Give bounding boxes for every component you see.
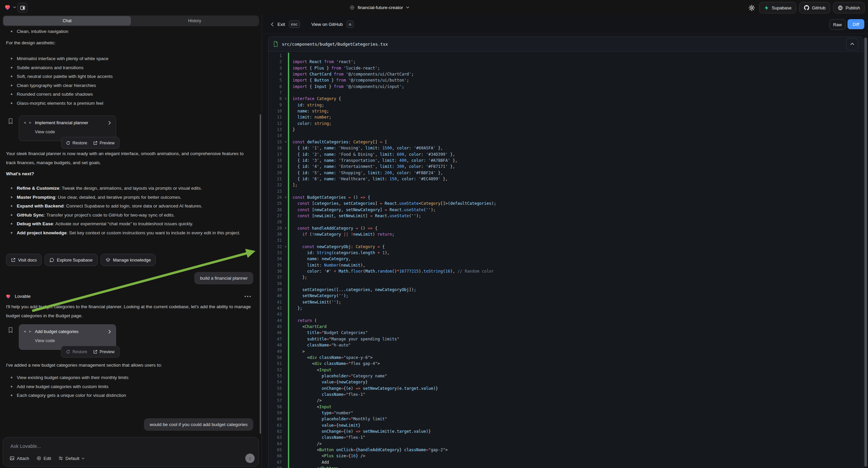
diff-toggle-button[interactable]: Diff <box>847 19 864 29</box>
code-line: 57 /> <box>269 398 863 404</box>
user-message-bubble: would be cool if you could add budget ca… <box>144 418 253 431</box>
line-number: 52 <box>269 367 283 373</box>
chevron-right-icon[interactable] <box>108 330 111 334</box>
file-header[interactable]: src/components/budget/BudgetCategories.t… <box>269 37 863 52</box>
chevron-down-icon[interactable] <box>406 6 409 9</box>
code-text: limit: number; <box>289 114 332 120</box>
fold-chevron-icon[interactable]: ∨ <box>283 195 288 200</box>
tab-chat[interactable]: Chat <box>3 16 131 26</box>
line-number: 26 <box>269 207 283 213</box>
bullet-dot <box>11 394 12 396</box>
model-selector[interactable]: Default <box>58 456 85 461</box>
code-text: }; <box>289 305 302 311</box>
line-number: 40 <box>269 293 283 299</box>
fold-spacer <box>283 367 288 373</box>
bookmark-icon[interactable] <box>8 118 13 124</box>
line-number: 1 <box>269 53 283 59</box>
fold-spacer <box>283 434 288 440</box>
code-line: 61 value={newLimit} <box>269 422 863 429</box>
fold-spacer <box>283 164 288 170</box>
chat-composer[interactable]: Ask Lovable... Attach Edit Default ↑ <box>3 437 259 467</box>
fold-chevron-icon[interactable]: ∨ <box>283 96 288 102</box>
gear-icon[interactable] <box>749 5 755 11</box>
tab-history[interactable]: History <box>131 16 258 26</box>
list-item: Add project knowledge: Set key context o… <box>6 230 251 236</box>
code-line: 39 setCategories([...categories, newCate… <box>269 287 863 293</box>
code-line: 52 <Input <box>269 367 863 373</box>
list-item: GitHub Sync: Transfer your project's cod… <box>6 212 251 218</box>
code-line: 27 const [newLimit, setNewLimit] = React… <box>269 213 863 219</box>
editor-scrollbar[interactable] <box>864 38 867 467</box>
explore-supabase-button[interactable]: Explore Supabase <box>44 254 97 266</box>
chevron-right-icon[interactable] <box>108 121 111 125</box>
attach-button[interactable]: Attach <box>10 456 29 461</box>
collapse-file-button[interactable] <box>846 38 858 50</box>
publish-button[interactable]: Publish <box>833 2 865 13</box>
bookmark-icon[interactable] <box>8 327 13 333</box>
send-button[interactable]: ↑ <box>245 454 255 463</box>
code-text <box>289 237 292 243</box>
fold-spacer <box>283 151 288 157</box>
code-line: 24∨const BudgetCategories = () => { <box>269 195 863 200</box>
next-steps-list: Refine & Customize: Tweak the design, an… <box>6 185 251 238</box>
preview-button[interactable]: Preview <box>93 350 115 354</box>
exit-button[interactable]: Exit <box>277 22 285 27</box>
line-number: 30 <box>269 231 283 237</box>
line-number: 56 <box>269 391 283 398</box>
view-code-link[interactable]: View code <box>35 338 111 343</box>
raw-toggle-button[interactable]: Raw <box>829 19 845 30</box>
bullet-dot <box>11 205 12 207</box>
line-number: 35 <box>269 262 283 268</box>
view-on-github-button[interactable]: View on GitHub <box>311 22 343 27</box>
manage-knowledge-button[interactable]: Manage knowledge <box>101 254 156 266</box>
added-feature-list: View existing budget categories with the… <box>6 374 251 401</box>
code-line: 1 <box>269 53 863 59</box>
code-line: 4import ChartCard from '@/components/ui/… <box>269 71 863 77</box>
code-line: 45 <ChartCard <box>269 324 863 330</box>
code-line: 46 title="Budget Categories" <box>269 330 863 336</box>
code-line: 30 if (!newCategory || !newLimit) return… <box>269 231 863 237</box>
list-item: Subtle animations and transitions <box>6 64 251 71</box>
project-switcher[interactable]: financial-future-creator <box>350 0 409 15</box>
code-content[interactable]: 12import React from 'react';3import { Pl… <box>269 52 863 468</box>
fold-spacer <box>283 398 288 404</box>
code-line: 56 className="flex-1" <box>269 391 863 398</box>
code-line: 62 onChange={(e) => setNewLimit(e.target… <box>269 429 863 434</box>
line-number: 34 <box>269 256 283 262</box>
visit-docs-button[interactable]: Visit docs <box>6 254 41 266</box>
restore-button[interactable]: Restore <box>66 350 87 354</box>
fold-spacer <box>283 429 288 434</box>
preview-button[interactable]: Preview <box>93 141 115 145</box>
message-circle-icon <box>50 258 54 262</box>
lovable-logo-menu[interactable] <box>4 4 16 11</box>
fold-spacer <box>283 133 288 139</box>
edit-button[interactable]: Edit <box>37 456 51 461</box>
code-line: 51 <div className="flex gap-4"> <box>269 360 863 367</box>
more-options-icon[interactable]: ••• <box>244 293 252 299</box>
list-item: Rounded corners and subtle shadows <box>6 91 251 98</box>
fold-spacer <box>283 262 288 268</box>
fold-chevron-icon[interactable]: ∨ <box>283 225 288 231</box>
restore-button[interactable]: Restore <box>66 141 87 145</box>
fold-spacer <box>283 77 288 83</box>
fold-spacer <box>283 318 288 324</box>
chevron-left-icon[interactable] <box>271 22 274 27</box>
line-number: 4 <box>269 71 283 77</box>
code-text <box>289 219 292 225</box>
line-number: 14 <box>269 133 283 139</box>
line-number: 50 <box>269 354 283 360</box>
publish-globe-icon <box>838 5 843 10</box>
code-text: color: '#' + Math.floor(Math.random()*16… <box>289 268 494 274</box>
fold-chevron-icon[interactable]: ∨ <box>283 244 288 250</box>
list-item: View existing budget categories with the… <box>6 374 251 381</box>
code-text: > <box>289 349 305 354</box>
supabase-label: Supabase <box>772 5 792 10</box>
fold-chevron-icon[interactable]: ∨ <box>283 139 288 145</box>
composer-placeholder[interactable]: Ask Lovable... <box>10 443 41 449</box>
supabase-button[interactable]: Supabase <box>759 2 796 13</box>
line-number: 66 <box>269 453 283 459</box>
github-button[interactable]: GitHub <box>799 2 830 13</box>
sidebar-toggle-button[interactable] <box>18 3 28 13</box>
chat-scrollbar[interactable] <box>260 114 261 434</box>
view-code-link[interactable]: View code <box>35 129 111 134</box>
